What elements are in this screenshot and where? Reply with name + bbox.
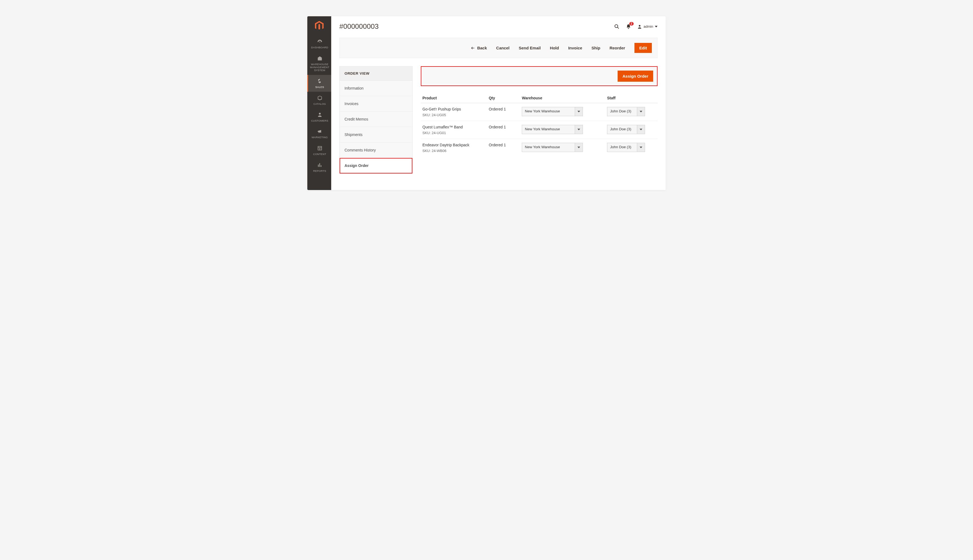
- sidebar-item-label: WAREHOUSE MANAGEMENT SYSTEM: [310, 63, 329, 72]
- staff-select[interactable]: John Doe (3): [607, 143, 645, 152]
- warehouse-select[interactable]: New York Warehouse: [522, 107, 583, 116]
- send-email-button[interactable]: Send Email: [519, 46, 541, 50]
- staff-value: John Doe (3): [607, 125, 637, 134]
- cancel-button[interactable]: Cancel: [496, 46, 510, 50]
- search-icon[interactable]: [614, 23, 620, 30]
- sidebar-item-label: DASHBOARD: [311, 46, 328, 49]
- username-label: admin: [644, 25, 653, 28]
- layout-icon: [309, 145, 330, 152]
- box-icon: [309, 95, 330, 101]
- product-sku: SKU: 24-UG01: [422, 131, 485, 135]
- caret-down-icon: [637, 143, 645, 152]
- table-row: Quest Lumaflex™ Band SKU: 24-UG01 Ordere…: [421, 121, 658, 139]
- reorder-button[interactable]: Reorder: [610, 46, 625, 50]
- orderview-item-shipments[interactable]: Shipments: [340, 127, 412, 143]
- sidebar-item-dashboard[interactable]: DASHBOARD: [307, 35, 331, 52]
- warehouse-value: New York Warehouse: [522, 125, 575, 134]
- assign-order-button[interactable]: Assign Order: [618, 70, 653, 82]
- back-label: Back: [477, 46, 487, 50]
- sidebar-item-marketing[interactable]: MARKETING: [307, 125, 331, 142]
- qty-cell: Ordered 1: [487, 139, 520, 157]
- header-actions: 2 admin: [614, 23, 658, 30]
- product-sku: SKU: 24-WB06: [422, 149, 485, 153]
- user-menu[interactable]: admin: [637, 24, 658, 29]
- warehouse-select[interactable]: New York Warehouse: [522, 125, 583, 134]
- sidebar-item-label: CONTENT: [313, 153, 326, 155]
- product-name: Quest Lumaflex™ Band: [422, 125, 485, 129]
- caret-down-icon: [575, 107, 583, 116]
- col-warehouse: Warehouse: [520, 93, 605, 103]
- sidebar-item-reports[interactable]: REPORTS: [307, 159, 331, 176]
- sidebar-item-label: CATALOG: [313, 102, 326, 105]
- staff-value: John Doe (3): [607, 143, 637, 152]
- col-staff: Staff: [605, 93, 658, 103]
- magento-logo: [307, 16, 331, 35]
- assign-order-bar: Assign Order: [421, 66, 658, 86]
- sidebar-item-label: MARKETING: [312, 136, 328, 139]
- admin-sidebar: DASHBOARD WAREHOUSE MANAGEMENT SYSTEM SA…: [307, 16, 331, 190]
- page-title: #000000003: [339, 22, 379, 31]
- svg-point-1: [615, 25, 618, 27]
- caret-down-icon: [637, 125, 645, 134]
- orderview-item-credit-memos[interactable]: Credit Memos: [340, 112, 412, 127]
- dollar-icon: [309, 78, 330, 84]
- product-sku: SKU: 24-UG05: [422, 113, 485, 117]
- content-row: ORDER VIEW Information Invoices Credit M…: [339, 66, 658, 174]
- gauge-icon: [309, 39, 330, 45]
- page-header: #000000003 2 admin: [339, 22, 658, 31]
- order-view-panel: ORDER VIEW Information Invoices Credit M…: [339, 66, 413, 174]
- person-icon: [309, 112, 330, 118]
- bar-chart-icon: [309, 162, 330, 168]
- back-button[interactable]: Back: [471, 46, 487, 50]
- warehouse-select[interactable]: New York Warehouse: [522, 143, 583, 152]
- caret-down-icon: [655, 25, 658, 28]
- order-toolbar: Back Cancel Send Email Hold Invoice Ship…: [339, 38, 658, 58]
- svg-point-3: [639, 25, 640, 27]
- main-content: #000000003 2 admin Back: [331, 16, 666, 190]
- invoice-button[interactable]: Invoice: [568, 46, 582, 50]
- app-window: DASHBOARD WAREHOUSE MANAGEMENT SYSTEM SA…: [307, 16, 666, 190]
- orderview-item-comments-history[interactable]: Comments History: [340, 143, 412, 158]
- caret-down-icon: [637, 107, 645, 116]
- megaphone-icon: [309, 129, 330, 135]
- ship-button[interactable]: Ship: [591, 46, 600, 50]
- magento-logo-icon: [315, 21, 323, 31]
- edit-button[interactable]: Edit: [635, 43, 652, 53]
- col-qty: Qty: [487, 93, 520, 103]
- notification-badge: 2: [629, 22, 634, 25]
- qty-cell: Ordered 1: [487, 103, 520, 121]
- staff-select[interactable]: John Doe (3): [607, 107, 645, 116]
- caret-down-icon: [575, 125, 583, 134]
- arrow-left-icon: [471, 46, 475, 50]
- table-row: Endeavor Daytrip Backpack SKU: 24-WB06 O…: [421, 139, 658, 157]
- col-product: Product: [421, 93, 487, 103]
- assign-order-area: Assign Order Product Qty Warehouse Staff: [421, 66, 658, 157]
- sidebar-item-catalog[interactable]: CATALOG: [307, 92, 331, 108]
- orderview-item-information[interactable]: Information: [340, 81, 412, 96]
- sidebar-item-customers[interactable]: CUSTOMERS: [307, 108, 331, 125]
- product-name: Endeavor Daytrip Backpack: [422, 143, 485, 147]
- notifications-button[interactable]: 2: [626, 24, 631, 29]
- svg-line-2: [617, 27, 619, 28]
- staff-select[interactable]: John Doe (3): [607, 125, 645, 134]
- sidebar-item-warehouse[interactable]: WAREHOUSE MANAGEMENT SYSTEM: [307, 52, 331, 75]
- user-icon: [637, 24, 642, 29]
- sidebar-item-label: SALES: [315, 85, 324, 88]
- svg-point-0: [319, 113, 321, 115]
- sidebar-item-content[interactable]: CONTENT: [307, 142, 331, 159]
- sidebar-item-label: CUSTOMERS: [311, 119, 328, 122]
- warehouse-value: New York Warehouse: [522, 143, 575, 152]
- warehouse-icon: [309, 56, 330, 62]
- sidebar-item-label: REPORTS: [313, 169, 327, 172]
- order-view-title: ORDER VIEW: [340, 67, 412, 81]
- table-row: Go-Get'r Pushup Grips SKU: 24-UG05 Order…: [421, 103, 658, 121]
- product-name: Go-Get'r Pushup Grips: [422, 107, 485, 111]
- products-table: Product Qty Warehouse Staff Go-Get'r Pus…: [421, 93, 658, 157]
- warehouse-value: New York Warehouse: [522, 107, 575, 116]
- caret-down-icon: [575, 143, 583, 152]
- orderview-item-assign-order[interactable]: Assign Order: [340, 158, 412, 173]
- orderview-item-invoices[interactable]: Invoices: [340, 96, 412, 112]
- hold-button[interactable]: Hold: [550, 46, 559, 50]
- staff-value: John Doe (3): [607, 107, 637, 116]
- sidebar-item-sales[interactable]: SALES: [307, 75, 331, 92]
